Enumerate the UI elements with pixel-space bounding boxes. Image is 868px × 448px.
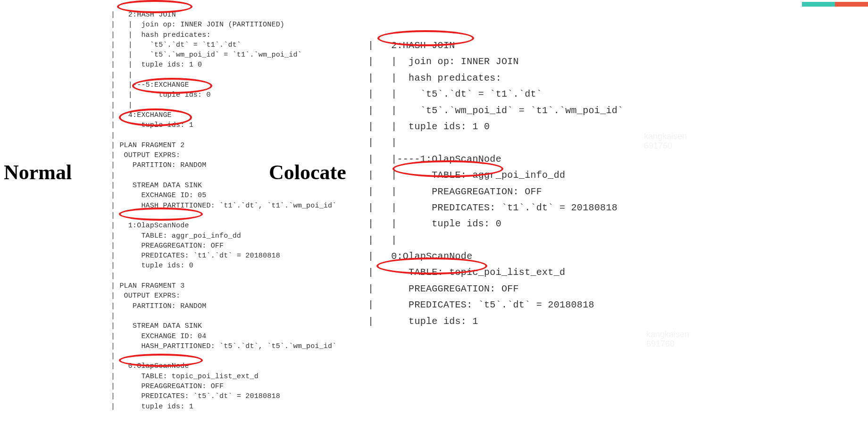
slide-canvas: Normal Colocate | 2:HASH JOIN | | join o… [0, 0, 868, 448]
watermark-line2: 691760 [646, 339, 675, 348]
accent-bar [802, 0, 868, 5]
normal-plan-text: | 2:HASH JOIN | | join op: INNER JOIN (P… [111, 10, 336, 412]
watermark-line1: kangkaisen [646, 330, 689, 339]
watermark-a: kangkaisen 691760 [644, 132, 687, 151]
accent-red [835, 2, 868, 7]
accent-teal [802, 2, 835, 7]
watermark-line2: 691760 [644, 141, 672, 150]
colocate-plan-text: | 2:HASH JOIN | | join op: INNER JOIN | … [368, 38, 623, 330]
title-normal: Normal [4, 160, 72, 184]
watermark-b: kangkaisen 691760 [646, 330, 689, 349]
watermark-line1: kangkaisen [644, 132, 687, 141]
